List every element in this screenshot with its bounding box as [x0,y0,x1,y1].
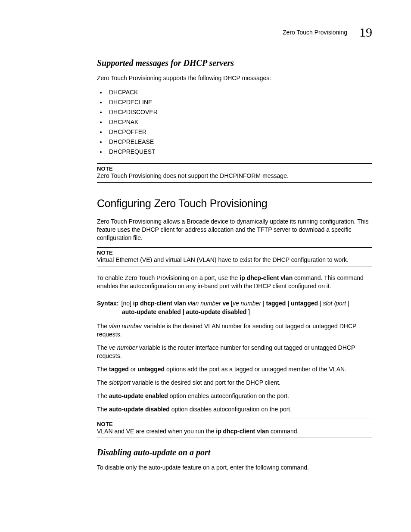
heading-disabling-auto-update: Disabling auto-update on a port [97,448,372,457]
variable-text: vlan number [109,323,142,330]
text: ve [221,300,231,307]
note-box: NOTE Zero Touch Provisioning does not su… [97,163,372,183]
list-item: DHCPNAK [106,117,372,127]
body-text: The ve number variable is the router int… [97,344,372,360]
text: To enable Zero Touch Provisioning on a p… [97,274,240,281]
note-label: NOTE [97,165,372,172]
command-text: ip dhcp-client vlan [240,274,293,281]
text: or [129,366,137,373]
list-item: DHCPACK [106,87,372,97]
body-text: The slot/port variable is the desired sl… [97,379,372,387]
heading-configuring: Configuring Zero Touch Provisioning [97,197,372,210]
text: The [97,323,109,330]
text: slot /port [323,300,346,307]
command-text: ip dhcp-client vlan [216,428,269,435]
syntax-command: auto-update enabled | auto-update disabl… [119,308,250,315]
keyword-text: auto-update enabled [109,392,168,399]
text: vlan number [188,300,221,307]
body-text: The auto-update disabled option disables… [97,405,372,414]
body-text: Zero Touch Provisioning allows a Brocade… [97,218,372,242]
note-text: Zero Touch Provisioning does not support… [97,172,372,180]
list-item: DHCPREQUEST [106,147,372,157]
text: The [97,392,109,399]
note-box: NOTE Virtual Ethernet (VE) and virtual L… [97,247,372,267]
text: VLAN and VE are created when you run the [97,428,216,435]
list-item: DHCPDISCOVER [106,107,372,117]
text: The [97,344,109,351]
syntax-row: auto-update enabled | auto-update disabl… [97,308,372,316]
text: ve number [233,300,261,307]
text: option enables autoconfiguration on the … [168,392,289,399]
text: option disables autoconfiguration on the… [170,406,292,413]
text: | [346,300,349,307]
note-label: NOTE [97,421,372,427]
text: The [97,379,109,386]
text: | [261,300,266,307]
text: options add the port as a tagged or unta… [165,366,346,373]
dhcp-message-list: DHCPACK DHCPDECLINE DHCPDISCOVER DHCPNAK… [97,87,372,157]
note-text: VLAN and VE are created when you run the… [97,427,372,436]
chapter-number: 19 [359,25,372,40]
list-item: DHCPDECLINE [106,97,372,107]
running-header: Zero Touch Provisioning 19 [283,25,372,40]
syntax-block: Syntax: [no] ip dhcp-client vlan vlan nu… [97,299,372,317]
syntax-command: [no] ip dhcp-client vlan vlan number ve … [119,299,349,308]
list-item: DHCPRELEASE [106,137,372,147]
variable-text: ve number [109,344,137,351]
running-title: Zero Touch Provisioning [283,29,347,36]
text: The [97,406,109,413]
intro-text: Zero Touch Provisioning supports the fol… [97,74,372,82]
body-text: The auto-update enabled option enables a… [97,392,372,400]
text: tagged | untagged [266,300,318,307]
text: auto-update enabled | auto-update disabl… [122,308,246,315]
text: | [318,300,323,307]
note-label: NOTE [97,249,372,256]
text: command. [269,428,299,435]
body-text: The vlan number variable is the desired … [97,322,372,339]
keyword-text: tagged [109,366,129,373]
body-text: To disable only the auto-update feature … [97,464,372,472]
text: ] [246,308,250,315]
text: ip dhcp-client vlan [133,300,188,307]
note-box: NOTE VLAN and VE are created when you ru… [97,419,372,439]
heading-supported-messages: Supported messages for DHCP servers [97,58,372,68]
syntax-label: Syntax: [97,299,119,308]
list-item: DHCPOFFER [106,127,372,137]
page: Zero Touch Provisioning 19 Supported mes… [0,0,411,532]
variable-text: slot/port [109,379,131,386]
content: Supported messages for DHCP servers Zero… [97,58,372,477]
keyword-text: untagged [137,366,165,373]
note-text: Virtual Ethernet (VE) and virtual LAN (V… [97,256,372,264]
text: The [97,366,109,373]
body-text: The tagged or untagged options add the p… [97,365,372,373]
text: variable is the desired slot and port fo… [131,379,280,386]
body-text: To enable Zero Touch Provisioning on a p… [97,274,372,290]
keyword-text: auto-update disabled [109,406,170,413]
syntax-row: Syntax: [no] ip dhcp-client vlan vlan nu… [97,299,372,308]
text: [no] [121,300,133,307]
